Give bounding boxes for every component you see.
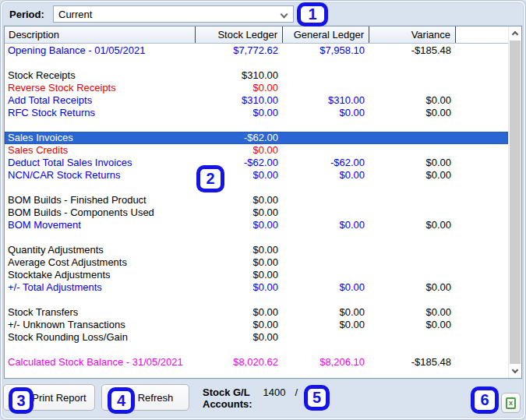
row-general-ledger <box>283 256 369 269</box>
period-selected-value: Current <box>58 9 92 20</box>
row-variance <box>369 132 456 144</box>
table-row[interactable]: Sales Invoices-$62.00 <box>5 132 508 144</box>
row-stock-ledger: $0.00 <box>196 331 283 344</box>
row-general-ledger: $310.00 <box>283 94 369 107</box>
row-general-ledger: $8,206.10 <box>283 356 369 369</box>
row-stock-ledger: $0.00 <box>196 144 283 157</box>
column-header-stock-ledger[interactable]: Stock Ledger <box>196 26 283 43</box>
scroll-up-button[interactable] <box>509 26 521 40</box>
row-stock-ledger: $0.00 <box>196 194 283 206</box>
row-description: +/- Unknown Transactions <box>5 319 196 331</box>
table-row[interactable]: +/- Total Adjustments$0.00$0.00$0.00 <box>5 281 508 294</box>
row-general-ledger <box>283 269 369 281</box>
row-stock-ledger: $0.00 <box>196 82 283 94</box>
column-header-variance[interactable]: Variance <box>369 26 456 43</box>
row-variance: $0.00 <box>369 169 456 182</box>
period-label: Period: <box>9 9 44 20</box>
row-description: NCN/CAR Stock Returns <box>5 169 196 182</box>
table-row[interactable]: BOM Builds - Components Used$0.00 <box>5 206 508 219</box>
row-description: BOM Builds - Components Used <box>5 206 196 219</box>
table-row[interactable] <box>5 231 508 244</box>
row-general-ledger <box>283 244 369 256</box>
row-description: Opening Balance - 01/05/2021 <box>5 44 196 57</box>
row-general-ledger <box>283 206 369 219</box>
row-variance <box>369 256 456 269</box>
row-description: +/- Total Adjustments <box>5 281 196 294</box>
row-variance <box>369 331 456 344</box>
table-row[interactable]: +/- Unknown Transactions$0.00$0.00$0.00 <box>5 319 508 331</box>
row-description: Calculated Stock Balance - 31/05/2021 <box>5 356 196 369</box>
scroll-down-button[interactable] <box>509 365 521 378</box>
row-variance <box>369 144 456 157</box>
table-row[interactable]: BOM Movement$0.00$0.00$0.00 <box>5 219 508 231</box>
table-row[interactable]: Average Cost Adjustments$0.00 <box>5 256 508 269</box>
table-header: Description Stock Ledger General Ledger … <box>5 26 508 44</box>
chevron-down-icon <box>281 11 288 19</box>
row-general-ledger <box>283 194 369 206</box>
table-row[interactable]: Quantity Adjustments$0.00 <box>5 244 508 256</box>
row-variance <box>369 82 456 94</box>
row-variance <box>369 269 456 281</box>
row-general-ledger <box>283 331 369 344</box>
row-description: Deduct Total Sales Invoices <box>5 157 196 169</box>
table-row[interactable]: Opening Balance - 01/05/2021$7,772.62$7,… <box>5 44 508 57</box>
excel-export-icon: x <box>506 397 516 409</box>
row-stock-ledger: $7,772.62 <box>196 44 283 57</box>
table-row[interactable] <box>5 57 508 69</box>
table-row[interactable]: Sales Credits$0.00 <box>5 144 508 157</box>
table-row[interactable]: Add Total Receipts$310.00$310.00$0.00 <box>5 94 508 107</box>
table-row[interactable]: BOM Builds - Finished Product$0.00 <box>5 194 508 206</box>
row-general-ledger <box>283 69 369 82</box>
table-row[interactable]: Stock Receipts$310.00 <box>5 69 508 82</box>
export-excel-button[interactable]: x <box>501 393 521 413</box>
table-row[interactable] <box>5 182 508 194</box>
table-row[interactable]: Calculated Stock Balance - 31/05/2021$8,… <box>5 356 508 369</box>
row-stock-ledger: -$62.00 <box>196 132 283 144</box>
row-general-ledger: $0.00 <box>283 319 369 331</box>
chevron-up-icon <box>512 31 518 37</box>
row-stock-ledger: $8,020.62 <box>196 356 283 369</box>
table-row[interactable]: NCN/CAR Stock Returns$0.00$0.00$0.00 <box>5 169 508 182</box>
column-header-general-ledger[interactable]: General Ledger <box>283 26 369 43</box>
row-general-ledger <box>283 82 369 94</box>
table-row[interactable]: Stock Transfers$0.00$0.00$0.00 <box>5 306 508 319</box>
column-header-description[interactable]: Description <box>5 26 196 43</box>
period-select[interactable]: Current <box>53 5 294 23</box>
table-body: Opening Balance - 01/05/2021$7,772.62$7,… <box>5 44 508 378</box>
table-row[interactable]: Reverse Stock Receipts$0.00 <box>5 82 508 94</box>
row-stock-ledger: $0.00 <box>196 281 283 294</box>
table-row[interactable]: Stock Rounding Loss/Gain$0.00 <box>5 331 508 344</box>
stock-gl-accounts-separator: / <box>295 386 298 410</box>
callout-5: 5 <box>304 385 330 411</box>
row-description: Stock Transfers <box>5 306 196 319</box>
row-general-ledger: -$62.00 <box>283 157 369 169</box>
row-description: Add Total Receipts <box>5 94 196 107</box>
table-row[interactable]: Stocktake Adjustments$0.00 <box>5 269 508 281</box>
table-row[interactable] <box>5 294 508 306</box>
callout-6: 6 <box>471 386 499 414</box>
row-variance <box>369 244 456 256</box>
row-general-ledger <box>283 144 369 157</box>
scrollbar[interactable] <box>508 26 521 378</box>
stock-gl-accounts-label: Stock G/L Accounts: <box>203 386 252 410</box>
table-row[interactable]: Deduct Total Sales Invoices-$62.00-$62.0… <box>5 157 508 169</box>
row-description: Average Cost Adjustments <box>5 256 196 269</box>
callout-4: 4 <box>108 387 135 414</box>
reconciliation-table: Description Stock Ledger General Ledger … <box>4 26 522 379</box>
table-row[interactable] <box>5 119 508 132</box>
row-description: Reverse Stock Receipts <box>5 82 196 94</box>
row-stock-ledger: $0.00 <box>196 306 283 319</box>
stock-gl-accounts-value: 1400 <box>263 386 286 410</box>
row-variance <box>369 194 456 206</box>
scrollbar-thumb[interactable] <box>510 41 521 364</box>
table-row[interactable]: RFC Stock Returns$0.00$0.00$0.00 <box>5 107 508 119</box>
row-general-ledger: $0.00 <box>283 219 369 231</box>
table-row[interactable] <box>5 344 508 356</box>
row-variance <box>369 69 456 82</box>
row-variance: -$185.48 <box>369 44 456 57</box>
callout-1: 1 <box>297 2 328 26</box>
row-stock-ledger: $0.00 <box>196 107 283 119</box>
row-variance: $0.00 <box>369 94 456 107</box>
callout-3: 3 <box>9 387 34 414</box>
chevron-down-icon <box>512 367 518 373</box>
